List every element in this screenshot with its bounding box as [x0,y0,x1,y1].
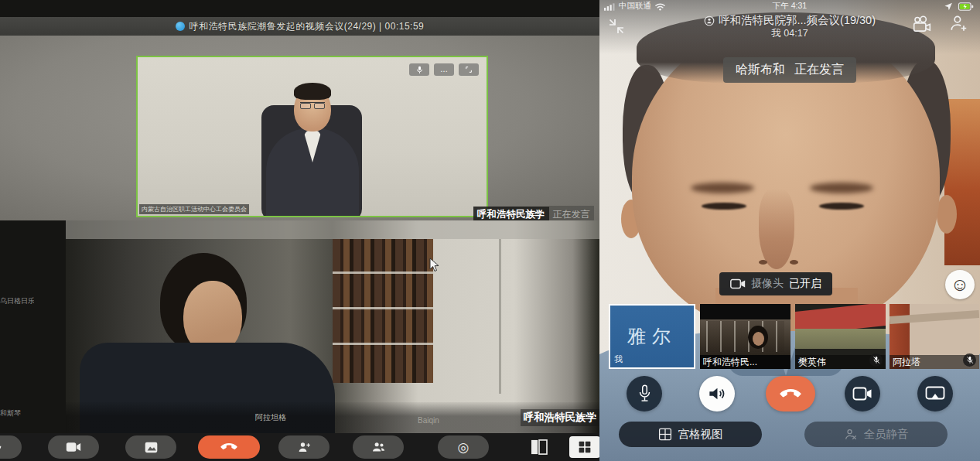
fullscreen-icon [465,66,473,73]
edge-participant-label: 和斯琴 [0,408,34,418]
mic-muted-badge [963,353,976,367]
meeting-badge-icon [704,15,715,26]
signal-icon [604,2,616,11]
thumbnail-strip: 雅尔 我 呼和浩特民... 樊英伟 阿拉塔 [599,304,980,369]
nostril [790,260,798,265]
record-meeting-button[interactable] [912,15,932,34]
hang-up-button[interactable] [198,435,260,459]
add-person-icon [949,13,969,33]
wall-edge [499,239,501,394]
people-icon [371,441,386,453]
layout-toggle[interactable] [531,439,548,458]
toast-label: 摄像头 [751,277,784,291]
camera-icon [66,442,81,452]
mic-button[interactable] [0,435,22,459]
mobile-meeting-app: 中国联通 下午 4:31 呼和浩特民院郭...频会议(19/30) 我 04:1… [599,0,980,461]
camera-button[interactable] [48,435,99,459]
eye [702,203,746,210]
exit-fullscreen-button[interactable] [609,19,626,36]
mic-button[interactable] [627,376,662,411]
mic-icon [637,384,652,403]
participant-org-label: 内蒙古自治区职工活动中心工会委员会 [139,204,249,214]
nostril [759,260,767,265]
meeting-title: 呼和浩特民族院潮鲁发起的视频会议(24/29) | 00:15:59 [190,20,425,33]
thumbnail-name: 呼和浩特民... [700,355,790,369]
grid-icon [578,440,592,454]
hang-up-button[interactable] [766,376,815,411]
mouse-cursor [429,258,439,271]
filmstrip-name: Baiqin [418,416,439,425]
status-bar: 中国联通 下午 4:31 [599,0,980,12]
thumbnail-participant[interactable]: 呼和浩特民... [700,304,790,369]
thumbnail-participant[interactable]: 阿拉塔 [890,304,979,369]
speaking-name: 哈斯布和 [736,62,785,78]
add-member-button[interactable] [278,435,330,459]
mic-off-icon [872,356,880,364]
participant-glasses [300,102,325,109]
speaker-button[interactable] [699,376,735,411]
share-screen-button[interactable] [125,435,176,459]
thumb-person-face [753,332,764,346]
layout-split-icon [531,439,548,455]
stage-background: … 内蒙古自治区职工活动中心工会委员会 呼和浩特民族学 正在发言 [0,36,599,220]
exit-fullscreen-icon [609,19,624,34]
wifi-icon [654,2,666,11]
meeting-header: 呼和浩特民院郭...频会议(19/30) [646,13,934,28]
main-video-tile[interactable]: … 内蒙古自治区职工活动中心工会委员会 [136,56,488,217]
grid-view-icon [658,428,672,441]
camera-status-toast: 摄像头 已开启 [719,272,832,295]
tile-mic-button[interactable] [409,63,429,76]
battery-charging-icon [957,2,975,12]
meeting-titlebar: 呼和浩特民族院潮鲁发起的视频会议(24/29) | 00:15:59 [0,17,599,36]
thumb-grass [795,329,886,349]
clock: 下午 4:31 [736,1,844,12]
eye [819,203,864,210]
mic-off-icon [966,356,974,364]
toast-status: 已开启 [789,277,821,291]
mute-all-button[interactable]: 全员静音 [804,422,948,447]
mic-muted-badge [869,353,883,367]
record-icon: ◎ [458,441,470,454]
grid-layout-button[interactable] [569,436,599,458]
screen: 呼和浩特民族院潮鲁发起的视频会议(24/29) | 00:15:59 … [0,0,980,461]
edge-participant-label: 乌日格日乐玛 [0,296,34,306]
hang-up-icon [780,389,801,399]
meeting-title: 呼和浩特民院郭...频会议(19/30) [719,13,876,28]
tile-fullscreen-button[interactable] [459,63,479,76]
screen-share-button[interactable] [917,376,953,411]
record-button[interactable]: ◎ [438,435,489,459]
hang-up-icon [220,443,237,451]
speaker-icon [708,385,726,402]
thumbnail-name-large: 雅尔 [610,324,694,349]
speaking-status: 正在发言 [794,62,844,78]
share-screen-icon [145,442,158,453]
bottom-video-tile[interactable]: 阿拉坦格 Baiqin 呼和浩特民族学 [66,220,599,433]
participant-filmstrip[interactable]: 阿拉坦格 Baiqin 呼和浩特民族学 [66,402,599,433]
mic-icon [0,440,2,454]
desktop-meeting-app: 呼和浩特民族院潮鲁发起的视频会议(24/29) | 00:15:59 … [0,0,599,461]
thumbnail-self[interactable]: 雅尔 我 [609,304,695,369]
grid-view-label: 宫格视图 [678,427,723,442]
tile-more-button[interactable]: … [434,63,454,76]
thumbnail-participant[interactable]: 樊英伟 [795,304,886,369]
members-button[interactable] [353,435,404,459]
camera-icon [852,387,872,401]
speaking-banner: 哈斯布和 正在发言 [723,57,856,83]
location-arrow-icon [944,2,953,11]
meeting-toolbar: ◎ [0,433,599,461]
room-ceiling [66,220,599,239]
meeting-subtitle: 我 04:17 [646,27,934,40]
me-tag: 我 [614,353,623,365]
add-member-button[interactable] [949,13,969,33]
mute-all-label: 全员静音 [864,427,909,442]
bookshelf [333,239,433,383]
eyebrow [691,183,754,193]
tile-controls: … [409,63,479,76]
mic-icon [416,66,423,74]
meeting-app-icon [176,22,185,31]
eyebrow [810,183,873,193]
camera-button[interactable] [845,376,880,411]
emoji-reaction-button[interactable]: ☺ [945,270,975,299]
screen-share-icon [925,386,945,402]
grid-view-button[interactable]: 宫格视图 [619,422,762,447]
